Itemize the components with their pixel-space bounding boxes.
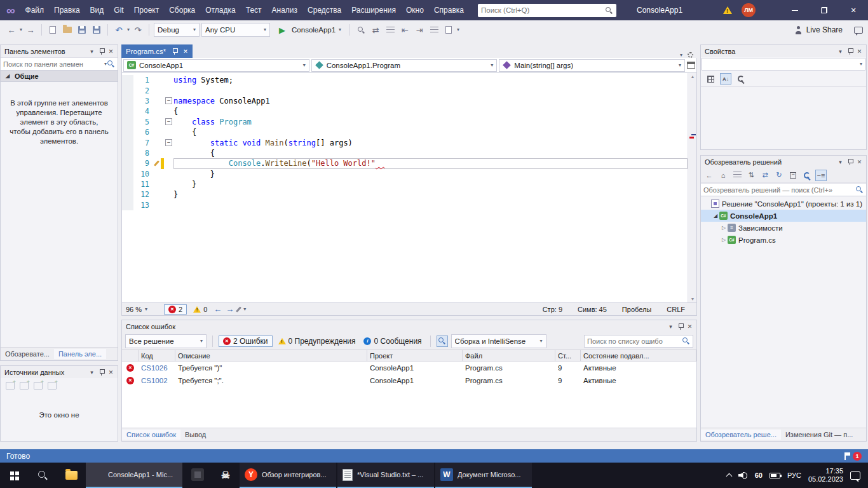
column-state[interactable]: Состояние подавл... xyxy=(581,350,696,361)
close-icon[interactable] xyxy=(106,367,116,377)
start-button[interactable] xyxy=(0,463,29,488)
chevron-down-icon[interactable]: ▾ xyxy=(243,307,246,312)
breakpoint-margin[interactable] xyxy=(122,148,133,158)
quick-search-input[interactable] xyxy=(481,6,605,14)
error-search-box[interactable] xyxy=(584,335,693,348)
breakpoint-margin[interactable] xyxy=(122,117,133,127)
preview-selected-items-toggle-icon[interactable]: −≡ xyxy=(815,170,827,181)
menu-item-12[interactable]: Справка xyxy=(429,0,469,20)
line-ending-indicator[interactable]: CRLF xyxy=(667,306,685,313)
live-share-label[interactable]: Live Share xyxy=(806,25,843,34)
menu-item-4[interactable]: Проект xyxy=(129,0,165,20)
code-line[interactable]: 9 Console.WriteLine("Hello World!" xyxy=(122,158,688,168)
project-dropdown[interactable]: C# ConsoleApp1 ▾ xyxy=(123,59,309,72)
configure-data-source-icon[interactable] xyxy=(34,382,43,390)
column-code[interactable]: Код xyxy=(139,350,175,361)
toolbox-tab[interactable]: Обозревате... xyxy=(1,349,54,359)
taskbar-app-button[interactable]: Обзор интегриров... xyxy=(240,463,336,488)
toolbox-search-input[interactable] xyxy=(3,60,104,68)
code-line[interactable]: 10 } xyxy=(122,169,688,179)
undo-icon[interactable]: ↶ xyxy=(112,23,125,37)
navigate-back-chevron-icon[interactable]: ▾ xyxy=(20,27,22,32)
code-line[interactable]: 12} xyxy=(122,189,688,200)
menu-item-6[interactable]: Отладка xyxy=(200,0,240,20)
menu-item-10[interactable]: Расширения xyxy=(346,0,401,20)
multi-filter-icon[interactable] xyxy=(437,336,448,347)
breakpoint-margin[interactable] xyxy=(122,169,133,179)
edit-filter-pencil-icon[interactable] xyxy=(236,306,241,312)
menu-item-2[interactable]: Вид xyxy=(85,0,109,20)
comment-icon[interactable] xyxy=(428,23,440,37)
navigate-backward-icon[interactable]: ← xyxy=(5,23,18,37)
breakpoint-margin[interactable] xyxy=(122,96,133,106)
open-file-icon[interactable] xyxy=(61,23,74,37)
sync-with-active-document-icon[interactable]: ⇄ xyxy=(759,170,771,181)
code-area[interactable]: 1using System;23−namespace ConsoleApp14{… xyxy=(122,73,688,302)
collapsed-arrow-icon[interactable]: ▷ xyxy=(720,225,728,231)
notifications-flag-icon[interactable] xyxy=(844,452,850,460)
undo-chevron-icon[interactable]: ▾ xyxy=(127,27,130,32)
error-list-tab[interactable]: Вывод xyxy=(180,430,210,440)
minimize-button[interactable] xyxy=(780,0,810,20)
breakpoint-margin[interactable] xyxy=(122,75,133,85)
solution-explorer-header[interactable]: Обозреватель решений xyxy=(701,156,866,168)
code-line[interactable]: 3−namespace ConsoleApp1 xyxy=(122,96,688,106)
send-feedback-icon[interactable] xyxy=(854,27,863,34)
show-output-icon[interactable] xyxy=(384,23,397,37)
scroll-down-icon[interactable]: ▼ xyxy=(688,297,697,301)
solution-tree-item[interactable]: Решение "ConsoleApp1" (проекты: 1 из 1) xyxy=(701,198,866,210)
expanded-arrow-icon[interactable]: ◢ xyxy=(712,213,719,219)
breakpoint-margin[interactable] xyxy=(122,200,133,210)
volume-icon[interactable] xyxy=(738,471,748,479)
collapse-region-button[interactable]: − xyxy=(165,139,172,146)
pin-icon[interactable] xyxy=(97,367,106,377)
code-line[interactable]: 6 { xyxy=(122,127,688,137)
menu-item-9[interactable]: Средства xyxy=(302,0,346,20)
document-tab-program-cs[interactable]: Program.cs* ✕ xyxy=(121,44,193,58)
solution-search-box[interactable] xyxy=(701,183,866,196)
pin-icon[interactable] xyxy=(170,46,179,56)
property-pages-wrench-icon[interactable] xyxy=(735,73,747,85)
close-icon[interactable]: ✕ xyxy=(183,48,188,55)
battery-icon[interactable] xyxy=(770,473,780,478)
error-row[interactable]: CS1026Требуется ")"ConsoleApp1Program.cs… xyxy=(122,362,696,374)
home-icon[interactable]: ⌂ xyxy=(717,170,729,181)
collapse-all-icon[interactable] xyxy=(787,170,799,181)
breakpoint-margin[interactable] xyxy=(122,189,133,200)
file-explorer-button[interactable] xyxy=(57,463,86,488)
pending-changes-filter-icon[interactable]: ⇅ xyxy=(745,170,757,181)
column-description[interactable]: Описание xyxy=(175,350,367,361)
editor-options-gear-icon[interactable] xyxy=(688,52,693,58)
column-file[interactable]: Файл xyxy=(463,350,555,361)
breakpoint-margin[interactable] xyxy=(122,179,133,189)
redo-icon[interactable]: ↷ xyxy=(132,23,144,37)
taskbar-app-button[interactable]: ConsoleApp1 - Mic... xyxy=(86,463,182,488)
start-debugging-button[interactable]: ▶ ConsoleApp1 ▾ xyxy=(272,23,345,37)
solution-explorer-sync-icon[interactable]: ⇄ xyxy=(369,23,382,37)
menu-item-5[interactable]: Сборка xyxy=(164,0,200,20)
close-icon[interactable] xyxy=(685,322,695,331)
properties-object-dropdown[interactable]: ▾ xyxy=(702,58,865,71)
refresh-icon[interactable]: ↻ xyxy=(773,170,785,181)
categorized-icon[interactable] xyxy=(705,73,716,85)
data-sources-header[interactable]: Источники данных xyxy=(1,366,118,378)
code-line[interactable]: 8 { xyxy=(122,148,688,158)
restore-button[interactable] xyxy=(810,0,839,20)
toolbox-tab[interactable]: Панель эле... xyxy=(54,349,106,359)
pin-icon[interactable] xyxy=(845,46,855,56)
code-editor[interactable]: 1using System;23−namespace ConsoleApp14{… xyxy=(121,73,697,303)
type-dropdown[interactable]: ConsoleApp1.Program ▾ xyxy=(311,59,498,72)
taskbar-search-button[interactable] xyxy=(29,463,57,488)
add-data-source-icon[interactable] xyxy=(6,382,15,390)
menu-item-11[interactable]: Окно xyxy=(401,0,429,20)
zoom-dropdown[interactable]: 96 % ▾ xyxy=(126,306,160,313)
window-position-chevron-icon[interactable] xyxy=(666,322,675,331)
properties-shortcut-icon[interactable] xyxy=(801,170,813,181)
toolbox-group-general[interactable]: ◢ Общие xyxy=(1,71,118,82)
alphabetical-sort-icon[interactable]: A↓ xyxy=(720,73,731,85)
warning-count-toggle[interactable]: 0 xyxy=(191,305,210,314)
next-issue-icon[interactable]: → xyxy=(226,304,234,314)
messages-filter-button[interactable]: 0 Сообщения xyxy=(361,336,424,346)
menu-item-7[interactable]: Тест xyxy=(241,0,267,20)
spaces-indicator[interactable]: Пробелы xyxy=(622,306,651,313)
